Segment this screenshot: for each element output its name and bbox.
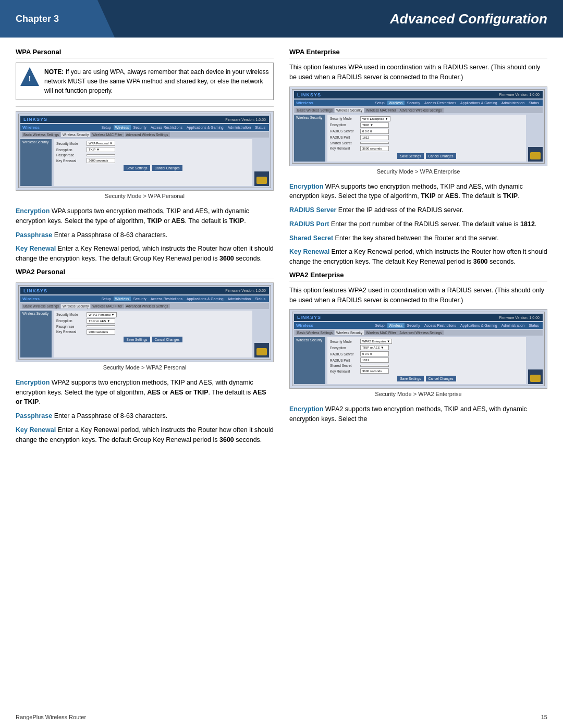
note-body: If you are using WPA, always remember th… (44, 68, 269, 94)
footer-right: 15 (541, 714, 547, 720)
wpa-enterprise-heading: WPA Enterprise (289, 48, 547, 58)
ss-thumb-ent (528, 147, 543, 162)
screenshot-inner-wpa-enterprise: LINKSYS Firmware Version: 1.0.00 Wireles… (292, 89, 545, 164)
ss-tabs-2: Basic Wireless Settings Wireless Securit… (20, 303, 269, 309)
ss-nav-setup: Setup (100, 125, 112, 130)
term-radius-port: RADIUS Port (289, 220, 329, 228)
note-text: NOTE: If you are using WPA, always remem… (44, 67, 269, 95)
wpa-enterprise-intro: This option features WPA used in coordin… (289, 63, 547, 82)
ss-content-area: Wireless Security Security Mode WPA Pers… (20, 139, 269, 186)
caption-wpa-enterprise: Security Mode > WPA Enterprise (289, 168, 547, 175)
term-ent-keyrenewal: Key Renewal (289, 248, 329, 255)
ss-content-area-2: Wireless Security Security Mode WPA2 Per… (20, 311, 269, 357)
chapter-label: Chapter 3 (0, 0, 115, 38)
wpa-ent-shared-secret-text: Shared Secret Enter the key shared betwe… (289, 233, 547, 243)
ss-tabs: Basic Wireless Settings Wireless Securit… (20, 132, 269, 138)
warning-icon (20, 67, 39, 86)
ss-logo-2: LINKSYS (23, 288, 47, 293)
screenshot-inner-wpa-personal: LINKSYS Firmware Version: 1.0.00 Wireles… (18, 114, 271, 188)
wpa2-personal-passphrase-text: Passphrase Enter a Passphrase of 8-63 ch… (16, 411, 274, 421)
ss-sidebar: Wireless Security (20, 139, 52, 186)
ss-wireless-label-2: Wireless (22, 297, 40, 301)
left-column: WPA Personal NOTE: If you are using WPA,… (16, 48, 274, 449)
screenshot-inner-wpa2-enterprise: LINKSYS Firmware Version: 1.0.00 Wireles… (292, 312, 545, 386)
ss-nav-wireless: Wireless (114, 125, 131, 130)
wpa2-personal-heading: WPA2 Personal (16, 268, 274, 278)
ss-nav: Wireless Setup Wireless Security Access … (20, 124, 269, 131)
footer-left: RangePlus Wireless Router (16, 714, 86, 720)
ss-thumb-ent2 (528, 369, 543, 384)
term-passphrase-1: Passphrase (16, 231, 52, 239)
wpa-personal-passphrase-text: Passphrase Enter a Passphrase of 8-63 ch… (16, 230, 274, 240)
wpa-ent-radius-port-text: RADIUS Port Enter the port number of the… (289, 219, 547, 229)
page-title: Advanced Configuration (390, 11, 547, 27)
header-title-area: Advanced Configuration (115, 0, 563, 38)
ss-thumb (254, 171, 269, 186)
term-ent2-encryption: Encryption (289, 405, 323, 413)
ss-save-ent[interactable]: Save Settings (397, 153, 423, 159)
ss-buttons: Save Settings Cancel Changes (56, 165, 250, 171)
term-shared-secret: Shared Secret (289, 235, 333, 242)
ss-nav-admin: Administration (226, 125, 252, 130)
note-bold: NOTE: (44, 68, 64, 76)
screenshot-wpa2-enterprise: LINKSYS Firmware Version: 1.0.00 Wireles… (289, 309, 547, 389)
ss-model: Firmware Version: 1.0.00 (225, 118, 266, 121)
wpa2-enterprise-heading: WPA2 Enterprise (289, 271, 547, 281)
ss-thumb-2 (254, 343, 269, 357)
wpa2-personal-encryption-text: Encryption WPA2 supports two encryption … (16, 378, 274, 407)
ss-nav-items-2: Setup Wireless Security Access Restricti… (100, 297, 267, 301)
ss-main-2: Security Mode WPA2 Personal ▼ Encryption… (54, 311, 252, 357)
wpa-personal-keyrenewal-text: Key Renewal Enter a Key Renewal period, … (16, 244, 274, 264)
ss-wireless-label: Wireless (22, 125, 40, 130)
encryption-body-1: WPA supports two encryption methods, TKI… (16, 207, 249, 225)
caption-wpa2-enterprise: Security Mode > WPA2 Enterprise (289, 391, 547, 397)
ss-cancel-ent[interactable]: Cancel Changes (426, 153, 456, 159)
ss-field-encryption: Encryption TKIP ▼ (56, 147, 250, 152)
ss-nav-status: Status (253, 125, 267, 130)
screenshot-wpa-enterprise: LINKSYS Firmware Version: 1.0.00 Wireles… (289, 87, 547, 166)
ss-model-2: Firmware Version: 1.0.00 (225, 289, 266, 292)
ss-nav-security: Security (132, 125, 148, 130)
ss-tab-security: Wireless Security (61, 132, 90, 137)
ss-tab-basic: Basic Wireless Settings (22, 132, 60, 137)
ss-cancel-btn-2[interactable]: Cancel Changes (152, 337, 182, 342)
page-footer: RangePlus Wireless Router 15 (16, 714, 547, 720)
term-radius-server: RADIUS Server (289, 206, 336, 214)
ss-sidebar-2: Wireless Security (20, 311, 52, 357)
wpa2-personal-section: WPA2 Personal LINKSYS Firmware Version: … (16, 268, 274, 445)
screenshot-wpa-personal: LINKSYS Firmware Version: 1.0.00 Wireles… (16, 111, 274, 191)
ss-field-key-renewal: Key Renewal 3600 seconds (56, 158, 250, 163)
ss-main: Security Mode WPA Personal ▼ Encryption … (54, 139, 252, 186)
wpa2-ent-encryption-text: Encryption WPA2 supports two encryption … (289, 404, 547, 424)
term-encryption-1: Encryption (16, 207, 50, 215)
ss-nav-2: Wireless Setup Wireless Security Access … (20, 295, 269, 302)
screenshot-wpa2-personal: LINKSYS Firmware Version: 1.0.00 Wireles… (16, 282, 274, 362)
term-keyrenewal-2: Key Renewal (16, 426, 56, 434)
ss-save-btn-2[interactable]: Save Settings (124, 337, 150, 342)
wpa-ent-encryption-text: Encryption WPA supports two encryption m… (289, 182, 547, 202)
wpa2-enterprise-section: WPA2 Enterprise This option features WPA… (289, 271, 547, 424)
wpa-ent-radius-server-text: RADIUS Server Enter the IP address of th… (289, 205, 547, 215)
ss-nav-access: Access Restrictions (149, 125, 184, 130)
main-content: WPA Personal NOTE: If you are using WPA,… (0, 38, 563, 459)
screenshot-inner-wpa2-personal: LINKSYS Firmware Version: 1.0.00 Wireles… (18, 285, 271, 360)
ss-save-ent2[interactable]: Save Settings (397, 376, 423, 381)
note-box: NOTE: If you are using WPA, always remem… (16, 63, 274, 100)
ss-cancel-btn[interactable]: Cancel Changes (152, 165, 182, 171)
wpa-personal-section: WPA Personal NOTE: If you are using WPA,… (16, 48, 274, 264)
passphrase-body-1: Enter a Passphrase of 8-63 characters. (52, 231, 167, 239)
ss-save-btn[interactable]: Save Settings (124, 165, 150, 171)
ss-cancel-ent2[interactable]: Cancel Changes (426, 376, 456, 381)
wpa-ent-keyrenewal-text: Key Renewal Enter a Key Renewal period, … (289, 247, 547, 267)
ss-nav-apps: Applications & Gaming (185, 125, 225, 130)
ss-tab-advanced: Advanced Wireless Settings (125, 132, 170, 137)
term-keyrenewal-1: Key Renewal (16, 245, 56, 252)
ss-header: LINKSYS Firmware Version: 1.0.00 (20, 116, 269, 123)
term-ent-encryption: Encryption (289, 183, 323, 190)
wpa-enterprise-section: WPA Enterprise This option features WPA … (289, 48, 547, 267)
ss-field-passphrase: Passphrase (56, 153, 250, 157)
term-passphrase-2: Passphrase (16, 412, 52, 419)
wpa2-personal-keyrenewal-text: Key Renewal Enter a Key Renewal period, … (16, 425, 274, 445)
wpa2-enterprise-intro: This option features WPA2 used in coordi… (289, 286, 547, 305)
ss-nav-items: Setup Wireless Security Access Restricti… (100, 125, 267, 130)
